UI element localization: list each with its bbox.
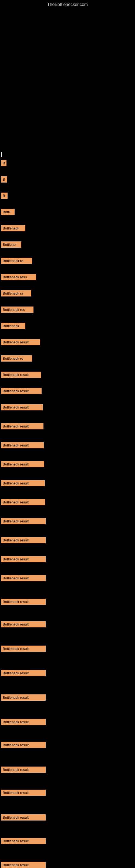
list-item[interactable]: Bottleneck result [1,404,43,410]
list-item[interactable]: Bottleneck result [1,461,44,467]
list-item[interactable]: Bottleneck result [1,694,46,701]
list-item[interactable]: Bottleneck result [1,442,44,448]
list-item[interactable]: Bottleneck result [1,742,46,748]
list-item[interactable]: Bottleneck result [1,388,42,394]
list-item[interactable]: Bottleneck result [1,767,46,773]
cursor-line [1,152,2,157]
list-item[interactable]: B [1,193,8,199]
list-item[interactable]: Bottleneck ra [1,290,31,297]
list-item[interactable]: Bottleneck result [1,621,46,627]
list-item[interactable]: Bottleneck result [1,575,46,581]
list-item[interactable]: Bottlene [1,241,21,248]
list-item[interactable]: Bottleneck result [1,719,46,725]
list-item[interactable]: Bottl [1,209,14,215]
list-item[interactable]: Bottleneck result [1,646,46,652]
list-item[interactable]: Bottleneck re [1,258,32,264]
list-item[interactable]: Bottleneck [1,323,26,329]
list-item[interactable]: Bottleneck result [1,372,41,378]
site-title: TheBottlenecker.com [0,0,135,8]
list-item[interactable]: B [1,176,7,183]
list-item[interactable]: Bottleneck result [1,838,46,844]
list-item[interactable]: Bottleneck [1,225,26,231]
list-item[interactable]: Bottleneck result [1,814,46,820]
list-item[interactable]: Bottleneck result [1,599,46,605]
list-item[interactable]: Bottleneck result [1,499,45,505]
list-item[interactable]: Bottleneck result [1,862,46,868]
list-item[interactable]: Bottleneck result [1,537,46,543]
list-item[interactable]: Bottleneck re [1,355,32,362]
list-item[interactable]: Bottleneck result [1,339,40,345]
list-item[interactable]: Bottleneck resu [1,274,36,280]
list-item[interactable]: Bottleneck result [1,556,46,562]
list-item[interactable]: Bottleneck result [1,670,46,676]
list-item[interactable]: Bottleneck result [1,789,46,796]
list-item[interactable]: Bottleneck result [1,480,45,486]
list-item[interactable]: Bottleneck res [1,307,34,313]
list-item[interactable]: B [1,160,6,166]
list-item[interactable]: Bottleneck result [1,518,46,524]
list-item[interactable]: Bottleneck result [1,423,43,429]
